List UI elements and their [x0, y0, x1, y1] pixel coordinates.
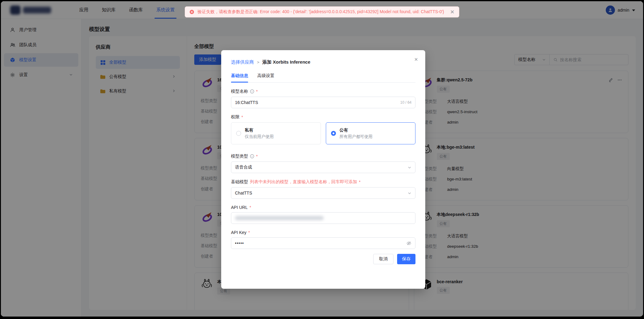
redacted-value [235, 216, 324, 220]
api-key-label: API Key [231, 230, 247, 235]
api-key-input[interactable]: ••••• [231, 237, 415, 249]
add-model-dialog: 选择供应商 > 添加 Xorbits Inference × 基础信息 高级设置… [221, 50, 425, 289]
cancel-button[interactable]: 取消 [373, 254, 393, 264]
field-model-type: 模型类型 * 语音合成 [231, 154, 415, 173]
eye-slash-icon[interactable] [406, 241, 411, 246]
api-key-masked-value: ••••• [235, 241, 406, 246]
app-window: 应用 知识库 函数库 系统设置 admin 用户管理 [1, 1, 643, 317]
save-button[interactable]: 保存 [397, 254, 415, 264]
base-model-value: ChatTTS [235, 191, 252, 195]
radio-unchecked[interactable] [236, 131, 241, 136]
required-asterisk: * [249, 205, 251, 210]
permission-option-title: 公有 [340, 128, 373, 133]
required-asterisk: * [256, 89, 258, 94]
field-model-name: 模型名称 * 10 / 64 [231, 89, 415, 108]
error-toast: 验证失败，请检查参数是否正确: Error code: 400 - {'deta… [185, 6, 459, 17]
api-url-label: API URL [231, 205, 248, 210]
permission-label: 权限 [231, 114, 240, 120]
info-icon [250, 154, 254, 158]
error-circle-icon [189, 9, 194, 14]
required-asterisk: * [256, 154, 258, 159]
model-name-label: 模型名称 [231, 89, 248, 94]
permission-option-desc: 所有用户都可使用 [340, 134, 373, 139]
error-message: 验证失败，请检查参数是否正确: Error code: 400 - {'deta… [197, 9, 444, 15]
breadcrumb-select-provider[interactable]: 选择供应商 [231, 59, 254, 65]
dialog-tabs: 基础信息 高级设置 [231, 73, 415, 83]
required-asterisk: * [241, 115, 243, 120]
char-counter: 10 / 64 [400, 100, 411, 105]
field-api-url: API URL * [231, 205, 415, 224]
tab-basic-info[interactable]: 基础信息 [231, 73, 248, 82]
dialog-close-icon[interactable]: × [414, 56, 418, 62]
model-type-value: 语音合成 [235, 165, 252, 170]
permission-option-title: 私有 [245, 128, 274, 133]
model-type-label: 模型类型 [231, 154, 248, 159]
base-model-hint: 列表中未列出的模型，直接输入模型名称，回车即可添加 [250, 179, 357, 185]
required-asterisk: * [359, 180, 360, 184]
chevron-down-icon [408, 191, 411, 195]
dialog-breadcrumb: 选择供应商 > 添加 Xorbits Inference [231, 59, 415, 65]
chevron-down-icon [408, 165, 411, 169]
breadcrumb-separator: > [257, 60, 259, 65]
field-api-key: API Key * ••••• [231, 230, 415, 249]
field-base-model: 基础模型 列表中未列出的模型，直接输入模型名称，回车即可添加 * ChatTTS [231, 179, 415, 199]
permission-option-desc: 仅当前用户使用 [245, 134, 274, 139]
tab-advanced-settings[interactable]: 高级设置 [257, 73, 274, 82]
base-model-select[interactable]: ChatTTS [231, 187, 415, 199]
field-permission: 权限 * 私有 仅当前用户使用 公有 所有用户都可使用 [231, 114, 415, 144]
radio-checked[interactable] [331, 131, 336, 136]
model-name-input[interactable] [235, 100, 400, 105]
dialog-title: 添加 Xorbits Inference [262, 59, 311, 65]
permission-option-public[interactable]: 公有 所有用户都可使用 [326, 122, 416, 144]
api-url-input[interactable] [231, 212, 415, 224]
model-type-select[interactable]: 语音合成 [231, 161, 415, 173]
permission-option-private[interactable]: 私有 仅当前用户使用 [231, 122, 321, 144]
toast-close-icon[interactable]: ✕ [450, 9, 454, 15]
base-model-label: 基础模型 [231, 179, 248, 185]
info-icon [250, 89, 254, 94]
required-asterisk: * [248, 230, 250, 235]
